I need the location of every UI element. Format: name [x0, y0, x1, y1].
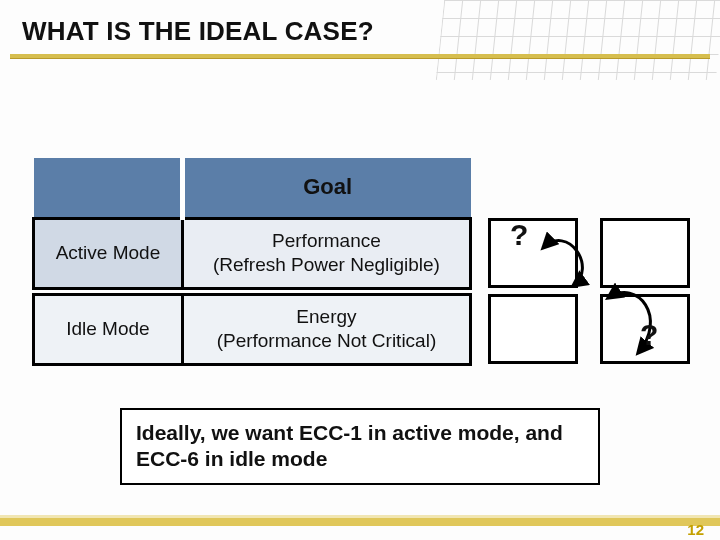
table-header-goal: Goal	[182, 158, 470, 218]
box-top-left	[488, 218, 578, 288]
table-row: Active Mode Performance (Refresh Power N…	[34, 218, 471, 288]
page-number: 12	[687, 521, 704, 538]
row-value-idle-line2: (Performance Not Critical)	[190, 329, 463, 353]
box-bottom-left	[488, 294, 578, 364]
table-header-blank	[34, 158, 183, 218]
row-value-idle: Energy (Performance Not Critical)	[182, 294, 470, 364]
row-value-active-line2: (Refresh Power Negligible)	[190, 253, 463, 277]
grid-decor	[436, 0, 720, 80]
box-top-right	[600, 218, 690, 288]
table-header-row: Goal	[34, 158, 471, 218]
row-value-active: Performance (Refresh Power Negligible)	[182, 218, 470, 288]
question-mark-idle: ?	[640, 318, 658, 352]
title-underline	[10, 54, 710, 58]
callout-summary: Ideally, we want ECC-1 in active mode, a…	[120, 408, 600, 485]
slide: WHAT IS THE IDEAL CASE? Goal Active Mode…	[0, 0, 720, 540]
footer-bar	[0, 518, 720, 526]
slide-title: WHAT IS THE IDEAL CASE?	[22, 16, 374, 47]
row-value-idle-line1: Energy	[190, 305, 463, 329]
modes-table: Goal Active Mode Performance (Refresh Po…	[32, 158, 472, 366]
row-value-active-line1: Performance	[190, 229, 463, 253]
question-mark-active: ?	[510, 218, 528, 252]
row-label-active: Active Mode	[34, 218, 183, 288]
table-row: Idle Mode Energy (Performance Not Critic…	[34, 294, 471, 364]
row-label-idle: Idle Mode	[34, 294, 183, 364]
